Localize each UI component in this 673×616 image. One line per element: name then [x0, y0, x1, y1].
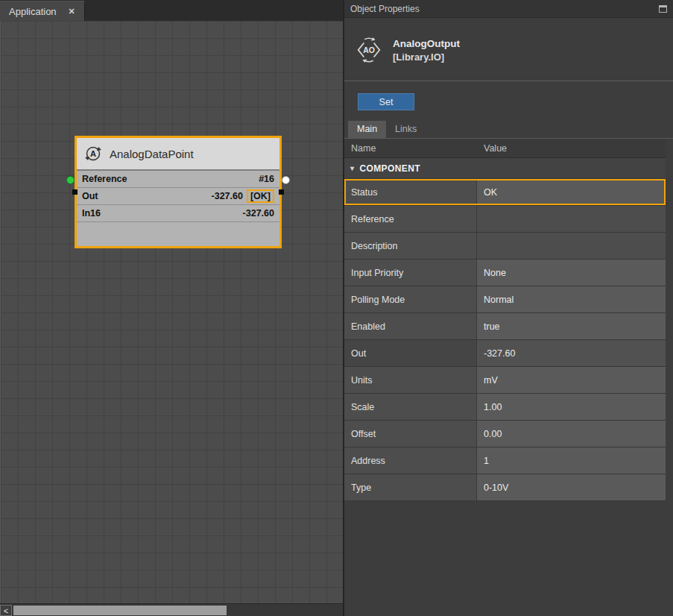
dock-window-icon[interactable]	[659, 5, 667, 13]
block-slot-value: -327.60 [OK]	[212, 189, 274, 203]
properties-tab-bar: Main Links	[344, 120, 673, 139]
table-row-offset[interactable]: Offset 0.00	[344, 421, 666, 447]
property-name: Status	[344, 179, 477, 205]
section-label: COMPONENT	[359, 163, 420, 174]
property-name: Description	[344, 233, 477, 259]
object-identity: AnalogOutput [Library.IO]	[393, 38, 460, 63]
block-slot-value: -327.60	[243, 208, 274, 219]
property-value[interactable]: OK	[477, 179, 666, 205]
selection-handle-left[interactable]	[72, 189, 78, 195]
property-name: Scale	[344, 394, 477, 420]
analog-point-icon: A	[84, 145, 102, 163]
analog-output-icon: AO	[355, 36, 383, 64]
wiresheet-canvas[interactable]: A AnalogDataPoint Reference #16 Out -327…	[0, 21, 343, 603]
table-row-reference[interactable]: Reference	[344, 206, 666, 233]
status-ok-highlight: [OK]	[247, 189, 274, 203]
table-row-address[interactable]: Address 1	[344, 447, 666, 474]
table-row-scale[interactable]: Scale 1.00	[344, 394, 666, 421]
property-name: Out	[344, 340, 477, 366]
block-body	[77, 222, 279, 246]
scroll-left-icon[interactable]: <	[0, 605, 12, 616]
table-row-input-priority[interactable]: Input Priority None	[344, 260, 666, 286]
table-row-out[interactable]: Out -327.60	[344, 340, 666, 367]
block-header[interactable]: A AnalogDataPoint	[77, 138, 279, 171]
property-value[interactable]: 1.00	[477, 394, 666, 420]
block-row-out[interactable]: Out -327.60 [OK]	[77, 188, 279, 205]
table-row-enabled[interactable]: Enabled true	[344, 313, 666, 340]
property-name: Enabled	[344, 313, 477, 339]
property-value[interactable]: Normal	[477, 286, 666, 312]
property-value[interactable]: -327.60	[477, 340, 666, 366]
block-row-reference[interactable]: Reference #16	[77, 171, 279, 188]
out-value: -327.60	[212, 191, 243, 201]
header-separator	[344, 81, 673, 81]
property-name: Address	[344, 447, 477, 474]
table-row-description[interactable]: Description	[344, 233, 666, 260]
property-value[interactable]: 0.00	[477, 421, 666, 447]
application-window: Application ✕ A AnalogDataPoint Referenc…	[0, 0, 673, 616]
hscroll-thumb[interactable]	[13, 606, 227, 615]
tab-links[interactable]: Links	[386, 121, 426, 138]
properties-table: Name Value ▾ COMPONENT Status OK Referen…	[344, 139, 666, 501]
block-row-in16[interactable]: In16 -327.60	[77, 205, 279, 222]
tab-application-label: Application	[9, 6, 57, 17]
close-icon[interactable]: ✕	[69, 7, 75, 16]
selection-handle-right[interactable]	[279, 189, 284, 195]
property-name: Type	[344, 474, 477, 500]
chevron-down-icon[interactable]: ▾	[350, 164, 354, 172]
canvas-pane: Application ✕ A AnalogDataPoint Referenc…	[0, 0, 343, 616]
table-row-type[interactable]: Type 0-10V	[344, 474, 666, 501]
tab-application[interactable]: Application ✕	[0, 1, 85, 21]
block-slot-name: Reference	[82, 174, 127, 184]
object-name: AnalogOutput	[393, 38, 460, 49]
input-port[interactable]	[66, 176, 75, 184]
property-value[interactable]: 0-10V	[477, 474, 666, 500]
table-row-polling-mode[interactable]: Polling Mode Normal	[344, 286, 666, 313]
property-value[interactable]: mV	[477, 367, 666, 393]
panel-title: Object Properties	[350, 4, 420, 14]
property-value[interactable]: 1	[477, 447, 666, 474]
property-value[interactable]	[477, 233, 666, 259]
analog-datapoint-block[interactable]: A AnalogDataPoint Reference #16 Out -327…	[75, 136, 282, 248]
property-name: Offset	[344, 421, 477, 447]
table-header: Name Value	[344, 139, 666, 158]
section-component[interactable]: ▾ COMPONENT	[344, 158, 666, 179]
column-header-name: Name	[344, 143, 477, 154]
block-slot-name: In16	[82, 208, 101, 219]
set-button[interactable]: Set	[358, 93, 414, 110]
output-port[interactable]	[282, 176, 290, 184]
svg-text:AO: AO	[363, 46, 375, 54]
property-name: Reference	[344, 206, 477, 232]
panel-title-bar: Object Properties	[344, 0, 673, 18]
table-row-units[interactable]: Units mV	[344, 367, 666, 394]
table-row-status[interactable]: Status OK	[344, 179, 666, 206]
block-title: AnalogDataPoint	[110, 148, 194, 160]
tab-main[interactable]: Main	[348, 121, 386, 138]
property-value[interactable]	[477, 206, 666, 232]
column-header-value: Value	[477, 143, 666, 154]
property-value[interactable]: None	[477, 260, 666, 286]
object-header: AO AnalogOutput [Library.IO]	[344, 18, 673, 81]
property-value[interactable]: true	[477, 313, 666, 339]
horizontal-scrollbar[interactable]: <	[0, 603, 343, 616]
object-library: [Library.IO]	[393, 51, 460, 63]
canvas-tab-bar: Application ✕	[0, 0, 343, 21]
property-name: Units	[344, 367, 477, 393]
property-name: Polling Mode	[344, 286, 477, 312]
property-name: Input Priority	[344, 260, 477, 286]
object-properties-panel: Object Properties AO AnalogOutput [Libra…	[344, 0, 673, 616]
block-slot-value: #16	[259, 174, 274, 184]
block-slot-name: Out	[82, 191, 98, 201]
svg-text:A: A	[90, 149, 96, 158]
